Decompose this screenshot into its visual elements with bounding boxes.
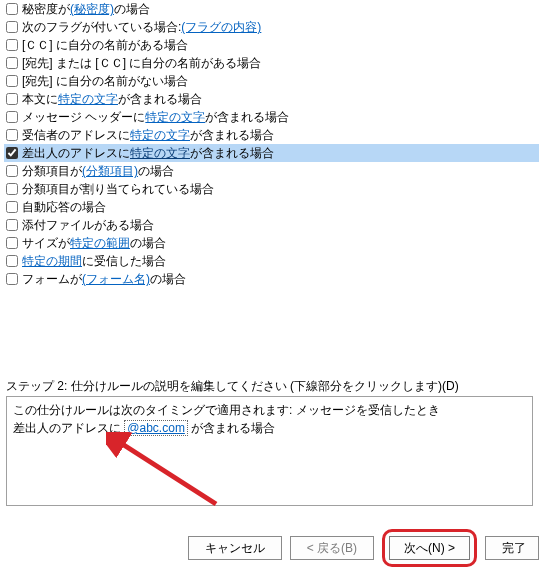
condition-checkbox[interactable] xyxy=(6,165,18,177)
back-button: < 戻る(B) xyxy=(290,536,374,560)
condition-link[interactable]: (分類項目) xyxy=(82,162,138,180)
desc-line2-pre: 差出人のアドレスに xyxy=(13,421,124,435)
rule-description-line2: 差出人のアドレスに @abc.com が含まれる場合 xyxy=(13,419,526,437)
condition-row[interactable]: 秘密度が (秘密度) の場合 xyxy=(4,0,539,18)
condition-text: [宛先] に自分の名前がない場合 xyxy=(22,72,188,90)
condition-row[interactable]: 本文に 特定の文字 が含まれる場合 xyxy=(4,90,539,108)
condition-text: 添付ファイルがある場合 xyxy=(22,216,154,234)
rule-description-box: この仕分けルールは次のタイミングで適用されます: メッセージを受信したとき 差出… xyxy=(6,396,533,506)
condition-link[interactable]: 特定の文字 xyxy=(145,108,205,126)
condition-checkbox[interactable] xyxy=(6,57,18,69)
condition-text: 秘密度が xyxy=(22,0,70,18)
condition-checkbox[interactable] xyxy=(6,237,18,249)
condition-checkbox[interactable] xyxy=(6,39,18,51)
condition-text: が含まれる場合 xyxy=(205,108,289,126)
condition-link[interactable]: (フォーム名) xyxy=(82,270,150,288)
condition-label: フォームが (フォーム名) の場合 xyxy=(22,270,186,288)
condition-row[interactable]: [ＣＣ] に自分の名前がある場合 xyxy=(4,36,539,54)
condition-text: の場合 xyxy=(130,234,166,252)
sender-address-value-link[interactable]: @abc.com xyxy=(124,420,188,436)
condition-label: サイズが 特定の範囲 の場合 xyxy=(22,234,166,252)
condition-checkbox[interactable] xyxy=(6,3,18,15)
condition-text: 分類項目が割り当てられている場合 xyxy=(22,180,214,198)
condition-label: 添付ファイルがある場合 xyxy=(22,216,154,234)
condition-row[interactable]: 自動応答の場合 xyxy=(4,198,539,216)
condition-checkbox[interactable] xyxy=(6,273,18,285)
condition-text: 本文に xyxy=(22,90,58,108)
conditions-list: 秘密度が (秘密度) の場合次のフラグが付いている場合: (フラグの内容)[ＣＣ… xyxy=(0,0,543,288)
condition-label: [宛先] または [ＣＣ] に自分の名前がある場合 xyxy=(22,54,261,72)
condition-link[interactable]: 特定の文字 xyxy=(58,90,118,108)
condition-link[interactable]: 特定の文字 xyxy=(130,144,190,162)
condition-checkbox[interactable] xyxy=(6,147,18,159)
condition-label: 差出人のアドレスに 特定の文字 が含まれる場合 xyxy=(22,144,274,162)
condition-row[interactable]: 分類項目が割り当てられている場合 xyxy=(4,180,539,198)
condition-label: [宛先] に自分の名前がない場合 xyxy=(22,72,188,90)
condition-text: 差出人のアドレスに xyxy=(22,144,130,162)
step2-label: ステップ 2: 仕分けルールの説明を編集してください (下線部分をクリックします… xyxy=(6,378,459,395)
condition-checkbox[interactable] xyxy=(6,255,18,267)
condition-checkbox[interactable] xyxy=(6,111,18,123)
condition-checkbox[interactable] xyxy=(6,129,18,141)
condition-row[interactable]: 分類項目が (分類項目) の場合 xyxy=(4,162,539,180)
condition-row[interactable]: 特定の期間 に受信した場合 xyxy=(4,252,539,270)
condition-link[interactable]: (秘密度) xyxy=(70,0,114,18)
condition-label: 分類項目が割り当てられている場合 xyxy=(22,180,214,198)
condition-text: が含まれる場合 xyxy=(190,144,274,162)
condition-text: 分類項目が xyxy=(22,162,82,180)
condition-row[interactable]: メッセージ ヘッダーに 特定の文字 が含まれる場合 xyxy=(4,108,539,126)
condition-text: [ＣＣ] に自分の名前がある場合 xyxy=(22,36,188,54)
condition-text: メッセージ ヘッダーに xyxy=(22,108,145,126)
condition-row[interactable]: 差出人のアドレスに 特定の文字 が含まれる場合 xyxy=(4,144,539,162)
condition-text: サイズが xyxy=(22,234,70,252)
condition-checkbox[interactable] xyxy=(6,21,18,33)
next-button-highlight: 次へ(N) > xyxy=(382,529,477,567)
condition-row[interactable]: サイズが 特定の範囲 の場合 xyxy=(4,234,539,252)
condition-link[interactable]: (フラグの内容) xyxy=(181,18,261,36)
condition-label: [ＣＣ] に自分の名前がある場合 xyxy=(22,36,188,54)
cancel-button[interactable]: キャンセル xyxy=(188,536,282,560)
condition-checkbox[interactable] xyxy=(6,93,18,105)
condition-text: フォームが xyxy=(22,270,82,288)
rule-description-line1: この仕分けルールは次のタイミングで適用されます: メッセージを受信したとき xyxy=(13,401,526,419)
condition-label: メッセージ ヘッダーに 特定の文字 が含まれる場合 xyxy=(22,108,289,126)
condition-row[interactable]: 添付ファイルがある場合 xyxy=(4,216,539,234)
condition-checkbox[interactable] xyxy=(6,219,18,231)
condition-row[interactable]: [宛先] に自分の名前がない場合 xyxy=(4,72,539,90)
condition-label: 次のフラグが付いている場合: (フラグの内容) xyxy=(22,18,261,36)
condition-text: の場合 xyxy=(114,0,150,18)
condition-row[interactable]: フォームが (フォーム名) の場合 xyxy=(4,270,539,288)
condition-row[interactable]: 次のフラグが付いている場合: (フラグの内容) xyxy=(4,18,539,36)
condition-text: の場合 xyxy=(150,270,186,288)
condition-text: [宛先] または [ＣＣ] に自分の名前がある場合 xyxy=(22,54,261,72)
condition-link[interactable]: 特定の期間 xyxy=(22,252,82,270)
condition-label: 秘密度が (秘密度) の場合 xyxy=(22,0,150,18)
condition-link[interactable]: 特定の範囲 xyxy=(70,234,130,252)
condition-label: 分類項目が (分類項目) の場合 xyxy=(22,162,174,180)
condition-text: に受信した場合 xyxy=(82,252,166,270)
condition-row[interactable]: 受信者のアドレスに 特定の文字 が含まれる場合 xyxy=(4,126,539,144)
condition-label: 受信者のアドレスに 特定の文字 が含まれる場合 xyxy=(22,126,274,144)
condition-checkbox[interactable] xyxy=(6,183,18,195)
condition-checkbox[interactable] xyxy=(6,201,18,213)
finish-button[interactable]: 完了 xyxy=(485,536,539,560)
desc-line2-post: が含まれる場合 xyxy=(188,421,275,435)
condition-row[interactable]: [宛先] または [ＣＣ] に自分の名前がある場合 xyxy=(4,54,539,72)
condition-text: の場合 xyxy=(138,162,174,180)
condition-text: 次のフラグが付いている場合: xyxy=(22,18,181,36)
wizard-button-bar: キャンセル < 戻る(B) 次へ(N) > 完了 xyxy=(188,529,539,567)
condition-text: 受信者のアドレスに xyxy=(22,126,130,144)
condition-label: 特定の期間 に受信した場合 xyxy=(22,252,166,270)
condition-text: が含まれる場合 xyxy=(118,90,202,108)
condition-link[interactable]: 特定の文字 xyxy=(130,126,190,144)
condition-text: 自動応答の場合 xyxy=(22,198,106,216)
next-button[interactable]: 次へ(N) > xyxy=(389,536,470,560)
condition-text: が含まれる場合 xyxy=(190,126,274,144)
condition-label: 自動応答の場合 xyxy=(22,198,106,216)
condition-checkbox[interactable] xyxy=(6,75,18,87)
condition-label: 本文に 特定の文字 が含まれる場合 xyxy=(22,90,202,108)
